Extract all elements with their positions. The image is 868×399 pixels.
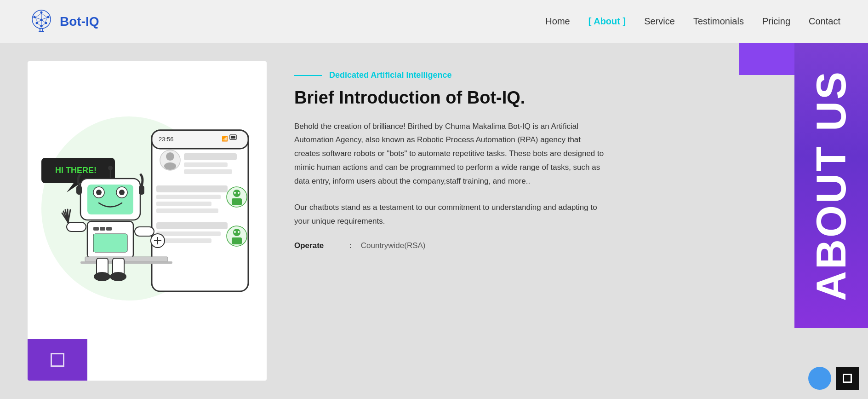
- svg-text:HI THERE!: HI THERE!: [55, 166, 97, 175]
- nav-item-testimonials[interactable]: Testimonials: [693, 16, 744, 27]
- svg-rect-45: [232, 198, 242, 205]
- svg-rect-77: [135, 227, 154, 236]
- svg-point-86: [110, 272, 126, 281]
- svg-text:📶: 📶: [222, 135, 228, 142]
- svg-point-6: [40, 18, 43, 21]
- svg-rect-68: [100, 227, 105, 231]
- svg-rect-71: [67, 222, 86, 231]
- nav-item-home[interactable]: Home: [545, 16, 570, 27]
- svg-rect-42: [156, 208, 218, 213]
- svg-rect-38: [184, 169, 232, 174]
- mini-square-icon: [51, 353, 64, 367]
- svg-rect-37: [184, 162, 228, 167]
- svg-line-11: [38, 20, 40, 23]
- svg-rect-39: [156, 185, 228, 192]
- subtitle-line: Dedicated Artificial Intelligence: [294, 70, 607, 80]
- svg-point-85: [94, 272, 110, 281]
- nav-link-contact[interactable]: Contact: [809, 16, 840, 26]
- nav-link-testimonials[interactable]: Testimonials: [693, 16, 744, 26]
- nav-item-service[interactable]: Service: [644, 16, 675, 27]
- svg-point-2: [34, 16, 36, 18]
- svg-rect-49: [156, 231, 221, 236]
- purple-top-overlay: [739, 43, 794, 75]
- svg-rect-41: [156, 202, 211, 206]
- logo-text: Bot-IQ: [60, 14, 99, 29]
- operate-label: Operate: [294, 241, 340, 250]
- svg-rect-67: [93, 227, 99, 231]
- svg-point-63: [119, 190, 125, 195]
- body-paragraph-2: Our chatbots stand as a testament to our…: [294, 201, 607, 228]
- main-title: Brief Introduction of Bot-IQ.: [294, 87, 607, 109]
- svg-rect-69: [106, 227, 112, 231]
- svg-point-47: [238, 192, 240, 194]
- svg-rect-64: [76, 185, 82, 195]
- svg-point-3: [47, 16, 50, 18]
- svg-line-15: [42, 23, 45, 26]
- navbar: Bot-IQ Home About Service Testimonials P…: [0, 0, 868, 43]
- nav-item-pricing[interactable]: Pricing: [762, 16, 790, 27]
- about-banner-text: ABOUT US: [811, 70, 852, 301]
- svg-point-46: [234, 192, 236, 194]
- main-content: HI THERE! 23:56 📶: [0, 43, 868, 399]
- about-text-panel: Dedicated Artificial Intelligence Brief …: [285, 61, 607, 381]
- hero-image-panel: HI THERE! 23:56 📶: [28, 61, 267, 381]
- subtitle-text: Dedicated Artificial Intelligence: [329, 70, 451, 80]
- svg-point-35: [164, 162, 176, 170]
- svg-point-58: [108, 166, 113, 170]
- purple-accent-block: [28, 339, 87, 381]
- svg-line-16: [35, 13, 41, 17]
- operate-colon: :: [349, 241, 352, 250]
- logo-icon: [28, 8, 55, 35]
- subtitle-divider: [294, 75, 322, 76]
- svg-rect-48: [156, 222, 228, 229]
- svg-point-7: [40, 25, 43, 27]
- chat-button[interactable]: [808, 367, 831, 390]
- operate-value: Countrywide(RSA): [361, 241, 426, 250]
- svg-line-17: [41, 13, 47, 17]
- nav-item-contact[interactable]: Contact: [809, 16, 840, 27]
- svg-rect-36: [184, 153, 237, 160]
- svg-line-14: [38, 23, 40, 26]
- nav-menu: Home About Service Testimonials Pricing …: [545, 16, 840, 27]
- svg-point-54: [234, 231, 236, 233]
- svg-line-12: [42, 20, 45, 23]
- svg-point-1: [40, 11, 43, 13]
- svg-rect-31: [231, 136, 235, 139]
- robot-illustration: HI THERE! 23:56 📶: [28, 61, 267, 381]
- svg-text:23:56: 23:56: [159, 136, 174, 143]
- operate-row: Operate : Countrywide(RSA): [294, 241, 607, 250]
- about-us-banner: ABOUT US: [794, 43, 868, 328]
- nav-link-service[interactable]: Service: [644, 16, 675, 26]
- body-paragraph-1: Behold the creation of brilliance! Birth…: [294, 120, 607, 188]
- svg-rect-82: [80, 261, 172, 264]
- svg-rect-53: [232, 237, 242, 244]
- nav-item-about[interactable]: About: [588, 16, 626, 27]
- svg-rect-40: [156, 195, 221, 199]
- logo-link[interactable]: Bot-IQ: [28, 8, 99, 35]
- widget-icon: [843, 374, 852, 383]
- svg-point-34: [166, 152, 174, 161]
- svg-point-62: [96, 190, 102, 195]
- nav-link-about[interactable]: About: [588, 16, 626, 26]
- widget-button[interactable]: [836, 367, 859, 390]
- svg-rect-65: [139, 185, 144, 195]
- svg-rect-70: [93, 234, 127, 252]
- nav-link-pricing[interactable]: Pricing: [762, 16, 790, 26]
- nav-link-home[interactable]: Home: [545, 16, 570, 26]
- svg-point-55: [238, 231, 240, 233]
